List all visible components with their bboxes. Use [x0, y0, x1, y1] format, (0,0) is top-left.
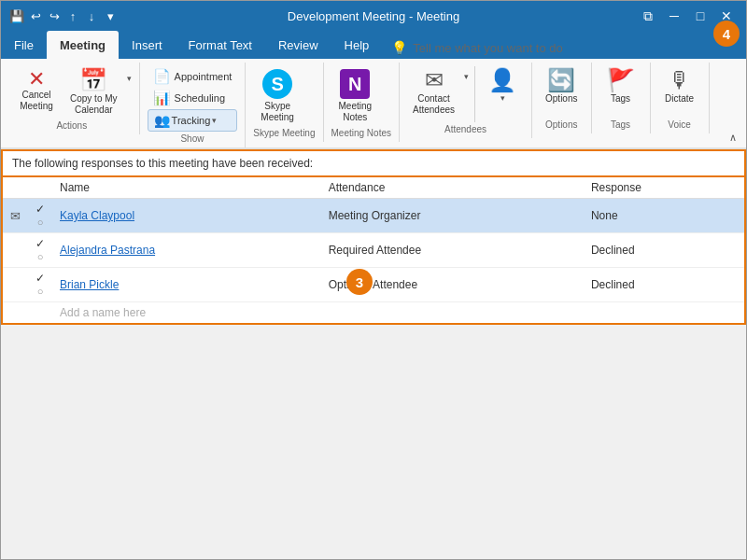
badge-4-container: 4	[713, 21, 740, 47]
tab-help[interactable]: Help	[331, 31, 383, 59]
up-icon[interactable]: ↑	[64, 7, 81, 24]
customize-qat-icon[interactable]: ▾	[102, 7, 119, 24]
quick-access-toolbar: 💾 ↩ ↪ ↑ ↓ ▾	[8, 7, 119, 24]
response-cell-kayla: None	[584, 199, 745, 233]
attendees-buttons: ✉ ContactAttendees ▾ 👤 ▾	[407, 63, 524, 122]
tags-group-label: Tags	[599, 118, 642, 132]
response-cell-alejandra: Declined	[584, 233, 745, 268]
notes-group-label: Meeting Notes	[331, 126, 391, 140]
badge-4-text: 4	[723, 26, 730, 42]
down-icon[interactable]: ↓	[83, 7, 100, 24]
options-icon: 🔄	[547, 69, 575, 91]
tell-me-box[interactable]: 💡 Tell me what you want to do	[382, 36, 571, 59]
table-row[interactable]: ✓ ○ Alejandra Pastrana Required Attendee…	[2, 233, 745, 268]
save-icon[interactable]: 💾	[8, 7, 25, 24]
ribbon-group-tags: 🚩 Tags Tags	[592, 63, 651, 133]
ribbon-group-actions: ✕ CancelMeeting 📅 Copy to MyCalendar ▾ A…	[5, 63, 140, 134]
appointment-icon: 📄	[153, 68, 171, 85]
maximize-button[interactable]: □	[688, 4, 712, 28]
window-title: Development Meeting - Meeting	[288, 9, 459, 23]
tracking-dropdown-icon: ▾	[212, 116, 217, 125]
tracking-header-text: The following responses to this meeting …	[12, 157, 313, 170]
ribbon-group-voice: 🎙 Dictate Voice	[651, 63, 710, 133]
attendee-link-alejandra[interactable]: Alejandra Pastrana	[60, 244, 155, 257]
attendance-cell-alejandra: Required Attendee	[321, 233, 584, 268]
cancel-meeting-button[interactable]: ✕ CancelMeeting	[12, 66, 61, 115]
badge-3-text: 3	[356, 274, 363, 290]
options-button[interactable]: 🔄 Options	[540, 66, 583, 107]
lightbulb-icon: 💡	[391, 40, 407, 55]
tab-insert[interactable]: Insert	[119, 31, 176, 59]
attendee-link-brian[interactable]: Brian Pickle	[60, 278, 119, 291]
circle-icon: ○	[37, 217, 44, 228]
table-row[interactable]: ✓ ○ Brian Pickle Optional Attendee Decli…	[2, 268, 745, 302]
checkmark-icon: ✓	[35, 272, 45, 285]
col-response: Response	[584, 176, 745, 199]
ribbon-group-show: 📄 Appointment 📊 Scheduling 👥 Tracking ▾ …	[140, 63, 247, 147]
tab-meeting[interactable]: Meeting	[47, 31, 119, 59]
circle-icon: ○	[37, 251, 44, 262]
ribbon-collapse-button[interactable]: ∧	[724, 130, 742, 146]
tab-review[interactable]: Review	[265, 31, 331, 59]
tab-file[interactable]: File	[1, 31, 47, 59]
tracking-header: The following responses to this meeting …	[1, 149, 746, 175]
tags-button[interactable]: 🚩 Tags	[599, 66, 642, 107]
ribbon-group-options: 🔄 Options Options	[532, 63, 591, 133]
tracking-label: Tracking	[172, 115, 211, 126]
contact-attendees-dropdown[interactable]: ▾	[464, 66, 469, 81]
actions-dropdown-arrow[interactable]: ▾	[127, 66, 132, 83]
undo-icon[interactable]: ↩	[27, 7, 44, 24]
notes-buttons: N MeetingNotes	[331, 63, 380, 126]
col-name: Name	[52, 176, 321, 199]
email-icon-cell: ✉	[2, 199, 28, 233]
add-name-row[interactable]: Add a name here	[2, 302, 745, 325]
dictate-label: Dictate	[665, 93, 694, 105]
copy-to-calendar-button[interactable]: 📅 Copy to MyCalendar	[64, 66, 123, 119]
attendees-avatar-button[interactable]: 👤 ▾	[481, 66, 524, 105]
add-name-cell: Add a name here	[52, 302, 745, 325]
skype-meeting-label: SkypeMeeting	[261, 101, 294, 123]
actions-buttons: ✕ CancelMeeting 📅 Copy to MyCalendar ▾	[12, 63, 132, 119]
attendees-divider	[474, 66, 475, 122]
actions-group-label: Actions	[12, 119, 132, 133]
table-row[interactable]: ✉ ✓ ○ Kayla Claypool Meeting Organizer N…	[2, 199, 745, 233]
ribbon-group-skype: S SkypeMeeting Skype Meeting	[246, 63, 323, 142]
redo-icon[interactable]: ↪	[46, 7, 63, 24]
skype-meeting-button[interactable]: S SkypeMeeting	[253, 66, 302, 126]
contact-attendees-button[interactable]: ✉ ContactAttendees	[407, 66, 460, 119]
dropdown-chevron-icon: ▾	[127, 74, 132, 83]
options-label: Options	[545, 93, 577, 105]
add-icon-cell	[2, 302, 28, 325]
ribbon-tab-bar: File Meeting Insert Format Text Review H…	[1, 31, 746, 59]
tags-icon: 🚩	[607, 69, 635, 91]
name-cell-kayla: Kayla Claypool	[52, 199, 321, 233]
tab-format-text[interactable]: Format Text	[176, 31, 265, 59]
col-attendance: Attendance	[321, 176, 584, 199]
name-cell-alejandra: Alejandra Pastrana	[52, 233, 321, 268]
col-icon	[2, 176, 28, 199]
cancel-x-icon: ✕	[28, 69, 45, 90]
restore-button[interactable]: ⧉	[636, 4, 660, 28]
meeting-notes-label: MeetingNotes	[339, 101, 373, 123]
add-check-cell	[28, 302, 52, 325]
minimize-button[interactable]: ─	[662, 4, 686, 28]
tracking-button[interactable]: 👥 Tracking ▾	[148, 109, 238, 132]
scheduling-icon: 📊	[153, 90, 171, 106]
attendee-link-kayla[interactable]: Kayla Claypool	[60, 209, 134, 222]
attendees-avatar-dropdown-icon: ▾	[500, 93, 505, 103]
add-name-placeholder[interactable]: Add a name here	[60, 306, 146, 319]
tags-label: Tags	[611, 93, 630, 105]
check-cell-brian: ✓ ○	[28, 268, 52, 302]
meeting-notes-button[interactable]: N MeetingNotes	[331, 66, 380, 126]
attendees-people-icon: 👤	[488, 69, 516, 91]
appointment-button[interactable]: 📄 Appointment	[148, 66, 238, 87]
copy-calendar-label: Copy to MyCalendar	[70, 93, 118, 116]
icon-cell-brian	[2, 268, 28, 302]
attendance-cell-kayla: Meeting Organizer	[321, 199, 584, 233]
ribbon-group-notes: N MeetingNotes Meeting Notes	[324, 63, 400, 142]
badge-circle-3: 3	[346, 269, 373, 295]
ribbon-group-attendees: ✉ ContactAttendees ▾ 👤 ▾ Attendees	[400, 63, 532, 138]
dictate-button[interactable]: 🎙 Dictate	[658, 66, 701, 107]
ribbon: ✕ CancelMeeting 📅 Copy to MyCalendar ▾ A…	[1, 59, 746, 149]
scheduling-button[interactable]: 📊 Scheduling	[148, 88, 238, 108]
